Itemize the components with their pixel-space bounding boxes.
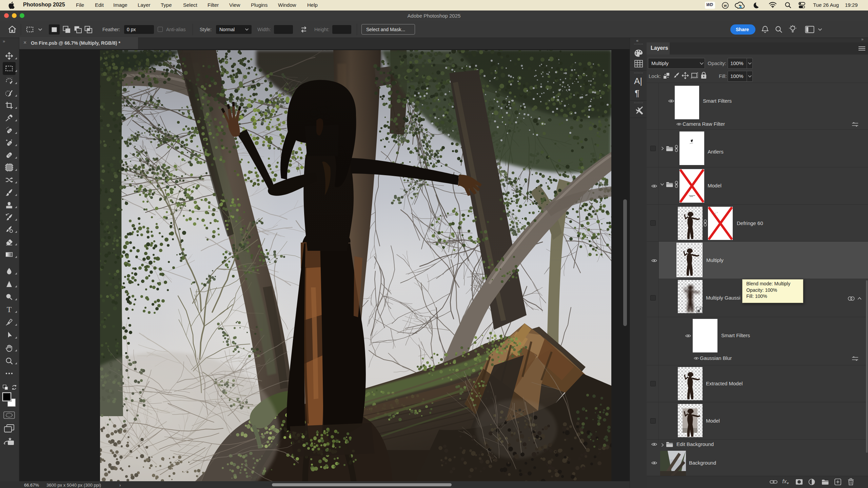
svg-text:w: w xyxy=(724,3,727,7)
svg-text:T: T xyxy=(7,305,12,313)
svg-text:▾: ▾ xyxy=(813,482,814,485)
